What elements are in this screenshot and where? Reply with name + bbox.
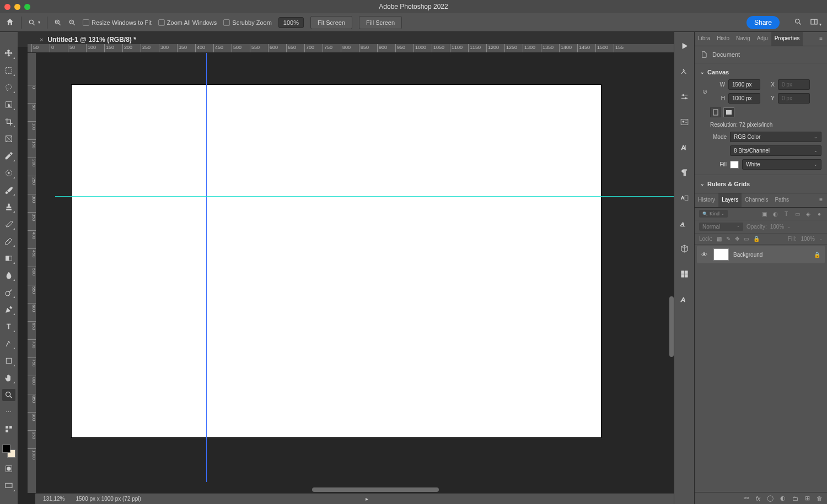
fit-screen-button[interactable]: Fit Screen — [310, 16, 352, 29]
identity-icon[interactable] — [678, 116, 690, 128]
screenmode-tool[interactable] — [2, 480, 15, 492]
stamp-tool[interactable] — [2, 201, 15, 213]
opacity-value[interactable]: 100% — [770, 224, 785, 230]
more-tools[interactable]: ⋯ — [2, 406, 15, 418]
tab-paths[interactable]: Paths — [771, 193, 792, 207]
gradient-tool[interactable] — [2, 252, 15, 264]
adjustment-layer-icon[interactable]: ◐ — [780, 495, 786, 502]
path-tool[interactable] — [2, 338, 15, 350]
character-icon[interactable]: A — [678, 141, 690, 153]
tab-adjustments[interactable]: Adju — [754, 32, 771, 46]
status-zoom[interactable]: 131,12% — [43, 496, 65, 502]
canvas[interactable] — [72, 85, 601, 437]
zoom-all-check[interactable]: Zoom All Windows — [158, 19, 217, 26]
close-window[interactable] — [4, 4, 10, 10]
shape-tool[interactable] — [2, 355, 15, 367]
edit-toolbar[interactable] — [2, 423, 15, 435]
workspace-icon[interactable]: ▾ — [810, 18, 821, 27]
guide-horizontal[interactable] — [55, 196, 674, 197]
maximize-window[interactable] — [24, 4, 30, 10]
new-layer-icon[interactable]: ⊞ — [805, 495, 810, 502]
orientation-landscape[interactable] — [723, 107, 734, 117]
play-icon[interactable] — [678, 40, 690, 52]
layer-filter-kind[interactable]: 🔍Kind⌄ — [699, 210, 728, 218]
paragraph-icon[interactable] — [678, 166, 690, 178]
adjustments-icon[interactable] — [678, 90, 690, 102]
bits-select[interactable]: 8 Bits/Channel⌄ — [730, 145, 821, 156]
brushes-icon[interactable] — [678, 65, 690, 77]
mode-select[interactable]: RGB Color⌄ — [730, 132, 821, 142]
ruler-vertical[interactable]: 0501001502002503003504004505005506006507… — [28, 53, 36, 493]
charstyle-icon[interactable]: A — [678, 192, 690, 204]
fill-screen-button[interactable]: Fill Screen — [359, 16, 402, 29]
fill-value[interactable]: 100% — [801, 236, 815, 242]
brush-tool[interactable] — [2, 184, 15, 196]
layer-thumbnail[interactable] — [713, 248, 729, 261]
selection-tool[interactable] — [2, 99, 15, 111]
filter-smart-icon[interactable]: ◈ — [805, 210, 812, 217]
lock-brush-icon[interactable]: ✎ — [726, 236, 731, 242]
fill-select[interactable]: White⌄ — [742, 159, 821, 170]
pen-tool[interactable] — [2, 304, 15, 316]
parastyle-icon[interactable]: A — [678, 217, 690, 229]
vertical-scrollbar[interactable] — [669, 87, 674, 462]
tab-history-panel[interactable]: History — [695, 193, 718, 207]
layer-visibility-icon[interactable]: 👁 — [701, 251, 709, 258]
link-wh-icon[interactable]: ⊘ — [702, 88, 707, 95]
document-tab[interactable]: Untitled-1 @ 131% (RGB/8) * — [47, 36, 136, 44]
canvas-section-toggle[interactable]: ⌄Canvas — [700, 67, 821, 78]
rulers-section-toggle[interactable]: ⌄Rulers & Grids — [700, 178, 821, 189]
orientation-portrait[interactable] — [710, 107, 721, 117]
zoom-tool[interactable] — [2, 389, 15, 401]
fx-icon[interactable]: fx — [755, 495, 760, 502]
layer-background[interactable]: 👁 Background 🔒 — [697, 246, 825, 263]
layer-lock-icon[interactable]: 🔒 — [814, 252, 820, 258]
y-input[interactable] — [778, 93, 810, 104]
quickmask-tool[interactable] — [2, 463, 15, 475]
guide-vertical[interactable] — [206, 53, 207, 482]
tab-layers[interactable]: Layers — [718, 193, 742, 207]
lock-all-icon[interactable]: 🔒 — [753, 236, 760, 242]
zoom-tool-icon[interactable]: ▾ — [28, 19, 40, 26]
panel-menu-icon[interactable]: ≡ — [815, 32, 827, 46]
eyedropper-tool[interactable] — [2, 150, 15, 162]
close-tab-icon[interactable]: × — [40, 36, 43, 43]
x-input[interactable] — [778, 79, 810, 90]
filter-type-icon[interactable]: T — [783, 210, 790, 217]
lasso-tool[interactable] — [2, 82, 15, 94]
resize-windows-check[interactable]: Resize Windows to Fit — [83, 19, 152, 26]
scrubby-zoom-check[interactable]: Scrubby Zoom — [223, 19, 272, 26]
lock-pixels-icon[interactable]: ▩ — [717, 236, 722, 242]
lock-artboard-icon[interactable]: ▭ — [744, 236, 749, 242]
group-icon[interactable]: 🗀 — [792, 495, 798, 502]
history-brush-tool[interactable] — [2, 218, 15, 230]
blur-tool[interactable] — [2, 269, 15, 281]
mask-icon[interactable]: ◯ — [767, 495, 774, 502]
layers-menu-icon[interactable]: ≡ — [815, 193, 827, 207]
healing-tool[interactable] — [2, 167, 15, 179]
width-input[interactable] — [728, 79, 760, 90]
grid-icon[interactable] — [678, 268, 690, 280]
dodge-tool[interactable] — [2, 286, 15, 299]
3d-icon[interactable] — [678, 242, 690, 254]
tab-channels[interactable]: Channels — [742, 193, 771, 207]
tab-history[interactable]: Histo — [713, 32, 733, 46]
type-tool[interactable]: T — [2, 321, 15, 333]
share-button[interactable]: Share — [747, 16, 780, 29]
zoom-value[interactable]: 100% — [278, 17, 304, 28]
minimize-window[interactable] — [14, 4, 20, 10]
tab-properties[interactable]: Properties — [771, 32, 803, 46]
tab-navigator[interactable]: Navig — [733, 32, 754, 46]
filter-shape-icon[interactable]: ▭ — [794, 210, 801, 217]
status-arrow-icon[interactable]: ▸ — [366, 496, 368, 502]
glyphs-icon[interactable]: A — [678, 293, 690, 305]
lock-position-icon[interactable]: ✥ — [735, 236, 739, 242]
frame-tool[interactable] — [2, 133, 15, 145]
search-icon[interactable] — [794, 18, 802, 27]
ruler-horizontal[interactable]: 5005010015020025030035040045050055060065… — [28, 44, 674, 53]
crop-tool[interactable] — [2, 116, 15, 128]
horizontal-scrollbar[interactable] — [36, 487, 668, 493]
status-dimensions[interactable]: 1500 px x 1000 px (72 ppi) — [76, 496, 141, 502]
zoom-out-icon[interactable] — [68, 19, 76, 26]
link-layers-icon[interactable]: ⚯ — [744, 495, 749, 502]
